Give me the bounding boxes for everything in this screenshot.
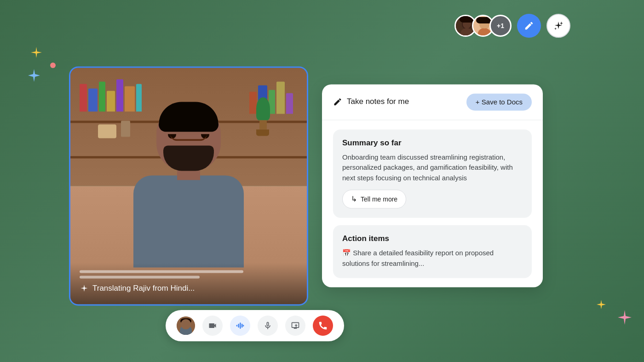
camera-button[interactable] (202, 316, 223, 336)
camera-icon (208, 321, 217, 330)
translation-label: Translating Rajiv from Hindi... (80, 284, 298, 293)
microphone-icon (263, 321, 272, 330)
video-panel: Translating Rajiv from Hindi... (69, 66, 308, 305)
summary-card: Summary so far Onboarding team discussed… (333, 129, 532, 218)
svg-rect-11 (177, 316, 195, 335)
svg-point-0 (50, 63, 56, 68)
svg-rect-14 (180, 318, 191, 324)
microphone-button[interactable] (258, 316, 278, 336)
end-call-button[interactable] (313, 316, 333, 336)
share-screen-icon (291, 321, 300, 330)
sparkle-yellow-top (30, 46, 43, 59)
participant-count-badge: +1 (489, 15, 512, 37)
participant-avatars: +1 (454, 15, 512, 37)
notes-body: Summary so far Onboarding team discussed… (322, 120, 543, 287)
take-notes-button[interactable]: Take notes for me (333, 98, 409, 107)
svg-rect-15 (236, 325, 238, 326)
sparkle-pink-dot (50, 62, 56, 69)
person-body (133, 175, 244, 267)
svg-rect-18 (242, 324, 243, 328)
pencil-icon (524, 21, 534, 31)
tell-me-more-button[interactable]: ↳ Tell me more (342, 190, 406, 209)
action-items-card: Action items 📅 Share a detailed feasibil… (333, 225, 532, 278)
sparkle-pink-large (616, 309, 633, 326)
control-bar (166, 310, 344, 341)
svg-point-12 (182, 319, 190, 328)
person-figure (110, 92, 267, 267)
audio-bar-2 (80, 276, 200, 278)
svg-rect-17 (240, 322, 241, 328)
share-screen-button[interactable] (285, 316, 305, 336)
video-content: Translating Rajiv from Hindi... (70, 68, 307, 304)
svg-rect-5 (460, 16, 474, 23)
take-notes-icon (333, 98, 342, 107)
sparkle-tool-button[interactable] (546, 14, 570, 38)
notes-header: Take notes for me + Save to Docs (322, 84, 543, 120)
end-call-icon (318, 321, 328, 331)
svg-rect-19 (243, 325, 244, 326)
notes-panel: Take notes for me + Save to Docs Summary… (322, 84, 543, 287)
save-to-docs-button[interactable]: + Save to Docs (466, 93, 532, 110)
action-items-text: 📅 Share a detailed feasibility report on… (342, 248, 523, 269)
summary-text: Onboarding team discussed streamlining r… (342, 152, 523, 184)
translation-sparkle-icon (80, 284, 89, 293)
person-smile (170, 134, 207, 141)
person-beard (163, 145, 214, 171)
audio-bar-1 (80, 270, 243, 273)
sparkle-icon (553, 21, 564, 31)
mic-bars-button[interactable] (230, 316, 250, 336)
svg-point-13 (180, 327, 191, 335)
participants-bar: +1 (454, 14, 570, 38)
pencil-tool-button[interactable] (517, 14, 541, 38)
mic-bars-icon (236, 321, 245, 330)
user-avatar (177, 316, 195, 335)
action-items-title: Action items (342, 235, 523, 244)
person-head (156, 102, 221, 171)
person-hair (159, 102, 218, 132)
tell-me-more-arrow-icon: ↳ (351, 195, 357, 204)
audio-progress-bars (80, 270, 298, 278)
sparkle-blue-left (27, 68, 41, 83)
sparkle-yellow-bottom (596, 299, 607, 310)
summary-title: Summary so far (342, 138, 523, 148)
svg-rect-16 (238, 324, 239, 328)
translation-area: Translating Rajiv from Hindi... (70, 263, 307, 304)
main-container: Translating Rajiv from Hindi... Take not… (69, 66, 575, 305)
